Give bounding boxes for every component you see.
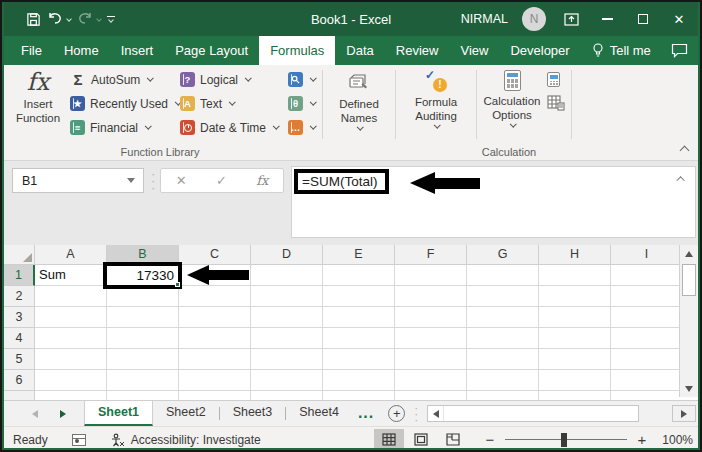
redo-dropdown-icon[interactable] — [96, 16, 102, 22]
name-box-dropdown-icon[interactable] — [127, 178, 135, 183]
user-name[interactable]: NIRMAL — [461, 12, 508, 26]
tab-page-layout[interactable]: Page Layout — [164, 36, 259, 65]
column-header-h[interactable]: H — [539, 245, 611, 265]
column-header-c[interactable]: C — [179, 245, 251, 265]
row-header-4[interactable]: 4 — [4, 328, 35, 349]
column-header-a[interactable]: A — [35, 245, 107, 265]
undo-button[interactable] — [47, 12, 71, 26]
vertical-scrollbar[interactable] — [679, 245, 698, 397]
row-header-5[interactable]: 5 — [4, 349, 35, 370]
tab-developer[interactable]: Developer — [499, 36, 580, 65]
page-layout-view-button[interactable] — [406, 429, 436, 451]
autosum-button[interactable]: Σ AutoSum — [66, 69, 176, 90]
tab-view[interactable]: View — [449, 36, 499, 65]
macro-record-icon[interactable] — [72, 434, 86, 446]
tab-home[interactable]: Home — [53, 36, 110, 65]
column-header-g[interactable]: G — [467, 245, 539, 265]
worksheet-grid[interactable]: A B C D E F G H I 1 2 3 4 5 6 Sum 173 — [4, 245, 681, 400]
zoom-level[interactable]: 100% — [657, 433, 693, 447]
calculate-now-button[interactable] — [547, 72, 565, 87]
separator-dots: ··· — [414, 405, 418, 423]
text-button[interactable]: A Text — [176, 93, 284, 114]
math-trig-button[interactable]: θ — [284, 93, 320, 114]
new-sheet-button[interactable]: + — [388, 405, 405, 422]
column-header-d[interactable]: D — [251, 245, 323, 265]
annotation-arrow-formula — [410, 172, 480, 194]
sheet-nav-right-icon[interactable] — [60, 410, 66, 418]
financial-button[interactable]: ≡ Financial — [66, 117, 176, 138]
customize-qat-icon[interactable] — [107, 16, 115, 23]
formula-auditing-button[interactable]: ✓! Formula Auditing — [398, 68, 474, 141]
recently-used-button[interactable]: ★ Recently Used — [66, 93, 176, 114]
financial-icon: ≡ — [70, 120, 85, 135]
accessibility-status[interactable]: Accessibility: Investigate — [110, 433, 261, 447]
cell-b1-annotation-box[interactable]: 17330 — [103, 262, 182, 289]
column-header-f[interactable]: F — [395, 245, 467, 265]
zoom-slider-handle[interactable] — [561, 433, 567, 447]
scroll-right-icon[interactable] — [672, 405, 696, 422]
insert-function-button[interactable]: fx Insert Function — [10, 68, 66, 141]
date-time-button[interactable]: Date & Time — [176, 117, 284, 138]
avatar[interactable]: N — [522, 7, 546, 31]
row-header-2[interactable]: 2 — [4, 286, 35, 307]
enter-formula-icon[interactable]: ✓ — [216, 173, 227, 188]
excel-window: Book1 - Excel NIRMAL N ✕ File Home Inser… — [0, 0, 702, 452]
lookup-reference-button[interactable] — [284, 69, 320, 90]
redo-button[interactable] — [77, 12, 101, 26]
sheet-tab-sheet3[interactable]: Sheet3 — [220, 401, 286, 426]
maximize-button[interactable] — [632, 8, 654, 30]
row-header-1[interactable]: 1 — [4, 265, 35, 286]
cell-a1[interactable]: Sum — [39, 265, 66, 286]
column-header-e[interactable]: E — [323, 245, 395, 265]
ribbon-display-options-icon[interactable] — [560, 8, 582, 30]
scroll-left-icon[interactable] — [428, 406, 444, 421]
collapse-ribbon-icon[interactable] — [680, 146, 690, 156]
chevron-down-icon — [229, 99, 235, 105]
comments-icon[interactable] — [671, 36, 688, 65]
scroll-down-icon[interactable] — [680, 380, 698, 397]
calculation-group-label: Calculation — [442, 146, 576, 158]
sheet-tab-sheet1[interactable]: Sheet1 — [84, 401, 153, 426]
more-sheets-indicator[interactable]: ... — [352, 401, 380, 426]
zoom-in-button[interactable]: + — [636, 431, 648, 448]
logical-button[interactable]: ? Logical — [176, 69, 284, 90]
tab-data[interactable]: Data — [335, 36, 384, 65]
calculate-sheet-button[interactable] — [547, 95, 565, 111]
status-ready: Ready — [13, 433, 48, 447]
row-header-6[interactable]: 6 — [4, 370, 35, 391]
sheet-tab-sheet4[interactable]: Sheet4 — [286, 401, 352, 426]
normal-view-button[interactable] — [374, 429, 404, 451]
vertical-scrollbar-thumb[interactable] — [682, 264, 696, 296]
sheet-tab-sheet2[interactable]: Sheet2 — [153, 401, 219, 426]
cancel-formula-icon[interactable]: ✕ — [176, 173, 187, 188]
column-header-i[interactable]: I — [611, 245, 681, 265]
tab-file[interactable]: File — [10, 36, 53, 65]
zoom-slider[interactable] — [505, 433, 627, 447]
close-button[interactable]: ✕ — [668, 8, 690, 30]
save-icon[interactable] — [26, 12, 41, 27]
row-header-3[interactable]: 3 — [4, 307, 35, 328]
more-functions-button[interactable]: … — [284, 117, 320, 138]
name-box[interactable]: B1 — [12, 168, 144, 193]
collapse-formula-bar-icon[interactable] — [676, 176, 684, 184]
cells-area[interactable]: Sum 17330 — [35, 265, 681, 400]
defined-names-button[interactable]: Defined Names — [325, 68, 393, 141]
select-all-button[interactable] — [4, 245, 35, 265]
math-trig-icon: θ — [288, 96, 303, 111]
tab-review[interactable]: Review — [385, 36, 450, 65]
sheet-nav-left-icon[interactable] — [32, 410, 38, 418]
tab-insert[interactable]: Insert — [110, 36, 165, 65]
horizontal-scrollbar[interactable] — [427, 405, 639, 422]
group-separator — [395, 70, 396, 139]
minimize-button[interactable] — [596, 8, 618, 30]
tab-tell-me[interactable]: Tell me — [581, 36, 662, 65]
scroll-up-icon[interactable] — [680, 245, 698, 262]
fill-handle[interactable] — [175, 282, 180, 287]
page-break-preview-button[interactable] — [438, 429, 468, 451]
tab-formulas[interactable]: Formulas — [259, 36, 335, 65]
insert-function-icon[interactable]: fx — [256, 173, 268, 188]
zoom-out-button[interactable]: − — [484, 431, 496, 448]
formula-bar-input[interactable]: =SUM(Total) — [291, 166, 696, 238]
undo-dropdown-icon[interactable] — [66, 16, 72, 22]
calculation-options-button[interactable]: Calculation Options — [479, 68, 545, 141]
